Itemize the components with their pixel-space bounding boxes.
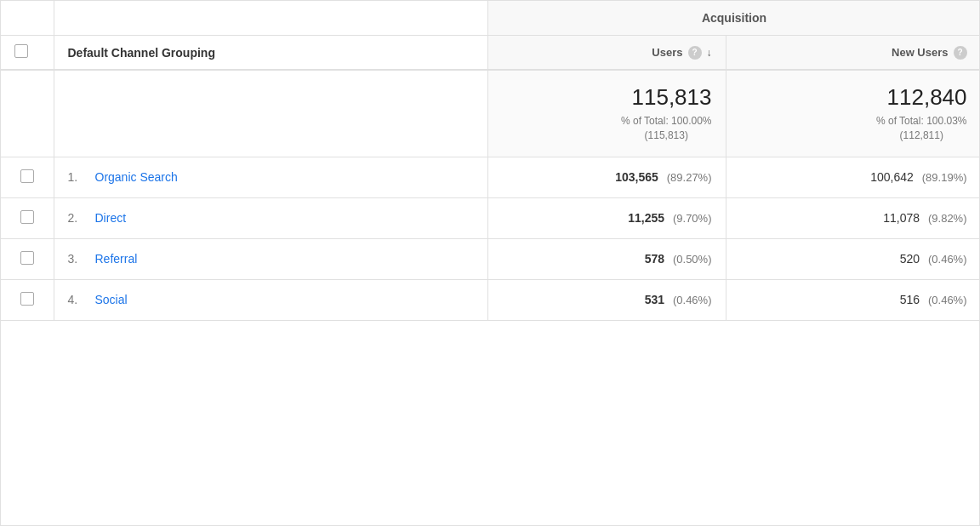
row-users-main: 531 <box>645 293 664 306</box>
row-new-users-main: 520 <box>900 252 920 266</box>
totals-check-cell <box>1 70 54 157</box>
totals-new-users-sub: % of Total: 100.03%(112,811) <box>876 114 967 143</box>
row-users-cell: 578 (0.50%) <box>487 238 726 279</box>
row-new-users-main: 516 <box>900 293 920 306</box>
totals-new-users-cell: 112,840 % of Total: 100.03%(112,811) <box>726 70 980 157</box>
channel-link[interactable]: Organic Search <box>95 170 178 184</box>
row-rank: 1. <box>68 170 85 184</box>
row-checkbox[interactable] <box>20 251 34 265</box>
channel-link[interactable]: Referral <box>95 252 138 266</box>
row-check-cell[interactable] <box>1 238 54 279</box>
row-new-users-main: 11,078 <box>883 211 920 225</box>
row-checkbox[interactable] <box>20 292 34 306</box>
row-checkbox[interactable] <box>20 210 34 224</box>
row-new-users-cell: 516 (0.46%) <box>726 279 980 320</box>
row-users-main: 11,255 <box>628 211 664 225</box>
new-users-label: New Users <box>892 46 948 59</box>
row-checkbox[interactable] <box>20 169 34 183</box>
row-new-users-cell: 520 (0.46%) <box>726 238 980 279</box>
totals-new-users-value: 112,840 <box>887 84 967 111</box>
row-new-users-cell: 11,078 (9.82%) <box>726 197 980 238</box>
row-users-pct: (9.70%) <box>673 212 712 225</box>
totals-users-cell: 115,813 % of Total: 100.00%(115,813) <box>487 70 726 157</box>
analytics-table: Acquisition Default Channel Grouping Use… <box>0 0 980 526</box>
row-channel-cell: 4. Social <box>54 279 487 320</box>
totals-row: 115,813 % of Total: 100.00%(115,813) 112… <box>1 70 980 157</box>
row-users-cell: 11,255 (9.70%) <box>487 197 726 238</box>
header-new-users: New Users ? <box>726 36 980 71</box>
row-new-users-pct: (0.46%) <box>928 294 967 306</box>
header-checkbox-cell[interactable] <box>1 36 54 71</box>
row-new-users-pct: (9.82%) <box>928 212 967 225</box>
row-new-users-pct: (89.19%) <box>922 171 967 184</box>
header-channel-grouping: Default Channel Grouping <box>54 36 487 71</box>
table-row: 2. Direct 11,255 (9.70%) 11,078 (9.82%) <box>1 197 980 238</box>
row-rank: 3. <box>68 252 85 266</box>
users-help-icon[interactable]: ? <box>688 46 702 60</box>
table-row: 3. Referral 578 (0.50%) 520 (0.46%) <box>1 238 980 279</box>
row-channel-cell: 2. Direct <box>54 197 487 238</box>
totals-users-sub: % of Total: 100.00%(115,813) <box>621 114 712 143</box>
row-users-main: 578 <box>645 252 664 266</box>
row-new-users-main: 100,642 <box>870 170 914 184</box>
row-users-cell: 531 (0.46%) <box>487 279 726 320</box>
new-users-help-icon[interactable]: ? <box>954 46 967 60</box>
totals-channel-cell <box>54 70 487 157</box>
row-users-pct: (0.50%) <box>673 253 712 266</box>
acquisition-header: Acquisition <box>487 1 980 36</box>
header-users: Users ? ↓ <box>487 36 726 71</box>
header-empty-channel <box>54 1 487 36</box>
row-rank: 2. <box>68 211 85 225</box>
row-new-users-pct: (0.46%) <box>928 253 967 266</box>
users-sort-icon[interactable]: ↓ <box>707 47 712 59</box>
channel-link[interactable]: Social <box>95 293 128 306</box>
header-checkbox[interactable] <box>14 44 28 58</box>
row-users-cell: 103,565 (89.27%) <box>487 157 726 197</box>
row-rank: 4. <box>68 293 85 306</box>
row-users-pct: (0.46%) <box>673 294 712 306</box>
row-channel-cell: 3. Referral <box>54 238 487 279</box>
row-new-users-cell: 100,642 (89.19%) <box>726 157 980 197</box>
users-label: Users <box>652 46 682 59</box>
row-channel-cell: 1. Organic Search <box>54 157 487 197</box>
table-row: 4. Social 531 (0.46%) 516 (0.46%) <box>1 279 980 320</box>
row-check-cell[interactable] <box>1 279 54 320</box>
row-users-main: 103,565 <box>615 170 658 184</box>
row-check-cell[interactable] <box>1 197 54 238</box>
totals-users-value: 115,813 <box>632 84 712 111</box>
channel-link[interactable]: Direct <box>95 211 127 225</box>
header-empty-check <box>1 1 54 36</box>
row-users-pct: (89.27%) <box>667 171 712 184</box>
table-row: 1. Organic Search 103,565 (89.27%) 100,6… <box>1 157 980 197</box>
row-check-cell[interactable] <box>1 157 54 197</box>
